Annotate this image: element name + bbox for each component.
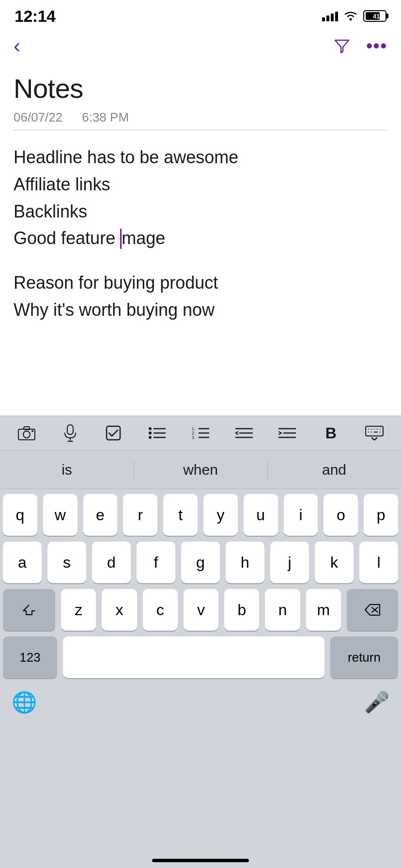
outdent-button[interactable] (231, 419, 258, 447)
key-row-1: q w e r t y u i o p (3, 494, 398, 536)
key-u[interactable]: u (244, 494, 278, 536)
bullet-list-icon (148, 426, 166, 440)
back-button[interactable]: ‹ (14, 36, 20, 56)
checkbox-icon (106, 425, 121, 441)
key-v[interactable]: v (184, 589, 218, 631)
key-a[interactable]: a (3, 542, 42, 583)
key-i[interactable]: i (284, 494, 318, 536)
status-bar: 12:14 41 (0, 0, 401, 29)
key-z[interactable]: z (61, 589, 96, 631)
note-body[interactable]: Headline has to be awesome Affiliate lin… (14, 144, 387, 324)
note-date-line: 06/07/22 6:38 PM (14, 110, 387, 130)
key-h[interactable]: h (226, 542, 264, 583)
mic-button[interactable] (57, 419, 84, 447)
note-line-4: Good feature mage (14, 225, 387, 252)
key-s[interactable]: s (47, 542, 86, 583)
svg-point-9 (149, 427, 152, 430)
keyboard-area: is when and q w e r t y u i o p a s d f … (0, 450, 401, 868)
svg-rect-27 (366, 426, 383, 436)
key-row-3: z x c v b n m (3, 589, 398, 631)
key-o[interactable]: o (324, 494, 358, 536)
hide-keyboard-icon (365, 426, 384, 440)
note-line-3: Backlinks (14, 198, 387, 225)
battery-icon: 41 (363, 10, 386, 22)
key-x[interactable]: x (102, 589, 137, 631)
key-j[interactable]: j (270, 542, 309, 583)
text-cursor (120, 229, 122, 249)
key-w[interactable]: w (43, 494, 77, 536)
autocomplete-is[interactable]: is (0, 454, 134, 486)
bar4 (335, 12, 338, 21)
outdent-icon (235, 426, 253, 440)
home-indicator (152, 859, 249, 862)
keyboard-mic-icon[interactable]: 🎤 (364, 690, 389, 714)
numbered-list-button[interactable]: 1. 2. 3. (187, 419, 214, 447)
svg-point-11 (149, 436, 152, 439)
bold-icon: B (325, 424, 337, 442)
key-t[interactable]: t (163, 494, 198, 536)
bullet-list-button[interactable] (143, 419, 170, 447)
key-l[interactable]: l (359, 542, 398, 583)
status-icons: 41 (322, 10, 386, 22)
hide-keyboard-button[interactable] (361, 419, 388, 447)
autocomplete-row: is when and (0, 450, 401, 489)
autocomplete-and[interactable]: and (267, 454, 401, 486)
checkbox-button[interactable] (100, 419, 127, 447)
svg-rect-3 (24, 427, 30, 430)
camera-button[interactable] (13, 419, 40, 447)
note-date: 06/07/22 (14, 110, 62, 125)
key-n[interactable]: n (265, 589, 300, 631)
note-title: Notes (14, 73, 387, 104)
key-f[interactable]: f (137, 542, 175, 583)
more-options-button[interactable]: ••• (366, 36, 387, 56)
numbered-list-icon: 1. 2. 3. (192, 426, 209, 440)
key-r[interactable]: r (123, 494, 157, 536)
space-button[interactable] (63, 636, 324, 678)
key-p[interactable]: p (364, 494, 398, 536)
svg-rect-5 (67, 425, 73, 434)
bold-button[interactable]: B (317, 419, 344, 447)
key-b[interactable]: b (224, 589, 259, 631)
note-area: Notes 06/07/22 6:38 PM Headline has to b… (0, 63, 401, 324)
svg-text:3.: 3. (192, 435, 196, 440)
key-rows: q w e r t y u i o p a s d f g h j k l (0, 489, 401, 680)
key-c[interactable]: c (143, 589, 178, 631)
microphone-icon (63, 424, 77, 442)
key-q[interactable]: q (3, 494, 37, 536)
status-time: 12:14 (15, 7, 55, 26)
camera-icon (18, 426, 35, 440)
key-d[interactable]: d (92, 542, 131, 583)
key-e[interactable]: e (83, 494, 118, 536)
key-y[interactable]: y (203, 494, 238, 536)
wifi-icon (343, 10, 358, 22)
svg-point-4 (31, 430, 33, 432)
svg-point-10 (149, 432, 152, 434)
formatting-toolbar: 1. 2. 3. B (0, 416, 401, 450)
delete-button[interactable] (347, 589, 398, 631)
indent-button[interactable] (274, 419, 301, 447)
key-row-4: 123 return (3, 636, 398, 678)
note-gap (14, 252, 387, 269)
nav-bar: ‹ ••• (0, 29, 401, 63)
filter-icon[interactable] (331, 35, 353, 57)
numbers-button[interactable]: 123 (3, 636, 57, 678)
note-line-1: Headline has to be awesome (14, 144, 387, 171)
note-line-6: Why it's worth buying now (14, 296, 387, 324)
key-m[interactable]: m (306, 589, 341, 631)
return-button[interactable]: return (330, 636, 398, 678)
autocomplete-when[interactable]: when (134, 454, 267, 486)
keyboard-bottom: 🌐 🎤 (0, 680, 401, 728)
shift-button[interactable] (3, 589, 55, 631)
svg-point-2 (23, 431, 30, 438)
globe-icon[interactable]: 🌐 (12, 690, 37, 714)
svg-point-0 (350, 18, 352, 21)
key-row-2: a s d f g h j k l (3, 542, 398, 583)
key-g[interactable]: g (181, 542, 220, 583)
bar1 (322, 17, 325, 21)
key-k[interactable]: k (315, 542, 354, 583)
signal-bars-icon (322, 11, 338, 21)
note-line-5: Reason for buying product (14, 269, 387, 296)
indent-icon (278, 426, 296, 440)
note-time: 6:38 PM (82, 110, 129, 125)
delete-icon (364, 604, 381, 616)
